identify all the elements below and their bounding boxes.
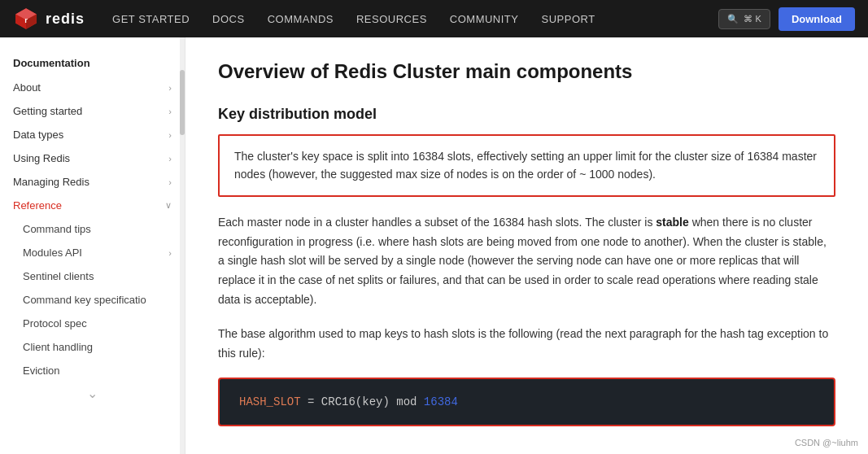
sidebar-item-command-key-spec[interactable]: Command key specificatio	[0, 288, 185, 312]
paragraph-algorithm: The base algorithm used to map keys to h…	[218, 325, 835, 364]
sidebar-item-command-tips-label: Command tips	[23, 223, 91, 235]
sidebar-item-protocol-spec[interactable]: Protocol spec	[0, 312, 185, 335]
watermark: CSDN @~liuhm	[795, 438, 858, 447]
search-bar[interactable]: 🔍 ⌘ K	[718, 9, 770, 29]
nav-support[interactable]: SUPPORT	[530, 0, 606, 37]
sidebar-item-reference[interactable]: Reference ∨	[0, 194, 185, 217]
main-content: Overview of Redis Cluster main component…	[185, 37, 868, 454]
chevron-right-icon: ›	[168, 83, 172, 93]
scrollbar-track	[180, 37, 185, 454]
sidebar-item-command-tips[interactable]: Command tips	[0, 217, 185, 241]
page-wrapper: Documentation About › Getting started › …	[0, 37, 868, 454]
sidebar-item-modules-api-label: Modules API	[23, 247, 82, 259]
sidebar-item-about-label: About	[13, 81, 41, 94]
sidebar-item-eviction[interactable]: Eviction	[0, 359, 185, 382]
highlight-box: The cluster's key space is split into 16…	[218, 134, 835, 197]
sidebar-item-using-redis-label: Using Redis	[13, 152, 70, 164]
nav-docs[interactable]: DOCS	[201, 0, 256, 37]
navbar-nav: GET STARTED DOCS COMMANDS RESOURCES COMM…	[101, 0, 718, 37]
search-icon: 🔍	[727, 14, 739, 24]
sidebar-item-managing-redis[interactable]: Managing Redis ›	[0, 170, 185, 194]
code-block: HASH_SLOT = CRC16(key) mod 16384	[218, 378, 835, 426]
paragraph-stable-after: when there is no cluster reconfiguration…	[218, 216, 827, 306]
nav-resources[interactable]: RESOURCES	[345, 0, 438, 37]
sidebar-item-reference-label: Reference	[13, 199, 62, 212]
scrollbar-thumb[interactable]	[180, 70, 185, 135]
sidebar-item-getting-started-label: Getting started	[13, 105, 82, 117]
sidebar-item-data-types[interactable]: Data types ›	[0, 123, 185, 146]
paragraph-stable-before: Each master node in a cluster handles a …	[218, 216, 656, 229]
sidebar-item-sentinel-clients-label: Sentinel clients	[23, 270, 94, 282]
paragraph-stable: Each master node in a cluster handles a …	[218, 213, 835, 310]
code-keyword: HASH_SLOT	[239, 395, 301, 408]
chevron-down-icon: ∨	[165, 200, 172, 211]
stable-bold: stable	[656, 216, 688, 229]
code-operator: = CRC16(key) mod	[301, 395, 424, 408]
sidebar-section-title: Documentation	[0, 50, 185, 76]
chevron-right-icon: ›	[168, 154, 172, 164]
sidebar-item-managing-redis-label: Managing Redis	[13, 176, 89, 188]
sidebar-item-protocol-spec-label: Protocol spec	[23, 317, 87, 330]
chevron-right-icon: ›	[168, 130, 172, 140]
sidebar-item-getting-started[interactable]: Getting started ›	[0, 99, 185, 123]
nav-commands[interactable]: COMMANDS	[256, 0, 345, 37]
section-title: Key distribution model	[218, 106, 835, 123]
sidebar-item-using-redis[interactable]: Using Redis ›	[0, 146, 185, 170]
sidebar: Documentation About › Getting started › …	[0, 37, 185, 454]
sidebar-item-sentinel-clients[interactable]: Sentinel clients	[0, 264, 185, 288]
page-title: Overview of Redis Cluster main component…	[218, 60, 835, 83]
chevron-down-icon: ⌄	[87, 386, 98, 401]
chevron-right-icon: ›	[168, 248, 172, 258]
sidebar-item-client-handling[interactable]: Client handling	[0, 335, 185, 359]
search-shortcut: ⌘ K	[744, 14, 761, 24]
svg-text:r: r	[24, 15, 28, 24]
highlight-text: The cluster's key space is split into 16…	[234, 150, 817, 181]
nav-get-started[interactable]: GET STARTED	[101, 0, 201, 37]
download-button[interactable]: Download	[779, 7, 855, 31]
sidebar-item-command-key-spec-label: Command key specificatio	[23, 294, 146, 306]
code-number: 16384	[424, 395, 458, 408]
sidebar-item-eviction-label: Eviction	[23, 365, 60, 377]
scroll-down-indicator: ⌄	[0, 382, 185, 404]
logo-text: redis	[46, 11, 85, 28]
sidebar-item-about[interactable]: About ›	[0, 76, 185, 99]
chevron-right-icon: ›	[168, 177, 172, 187]
logo[interactable]: r redis	[13, 6, 85, 32]
nav-community[interactable]: COMMUNITY	[438, 0, 530, 37]
redis-logo-icon: r	[13, 6, 39, 32]
sidebar-item-client-handling-label: Client handling	[23, 341, 93, 353]
chevron-right-icon: ›	[168, 107, 172, 116]
sidebar-item-modules-api[interactable]: Modules API ›	[0, 241, 185, 264]
navbar: r redis GET STARTED DOCS COMMANDS RESOUR…	[0, 0, 868, 37]
sidebar-item-data-types-label: Data types	[13, 129, 63, 141]
